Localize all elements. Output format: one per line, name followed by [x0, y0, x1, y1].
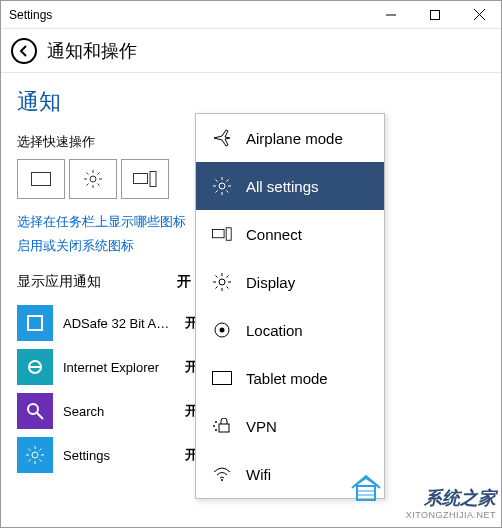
menu-item-wifi[interactable]: Wifi — [196, 450, 384, 498]
quick-action-brightness[interactable] — [69, 159, 117, 199]
vpn-icon — [212, 416, 232, 436]
page-header: 通知和操作 — [1, 29, 501, 73]
app-label: Search — [63, 404, 175, 419]
svg-rect-1 — [431, 10, 440, 19]
svg-line-32 — [216, 287, 218, 289]
gear-icon — [212, 176, 232, 196]
svg-line-10 — [87, 173, 89, 175]
svg-point-21 — [219, 183, 225, 189]
svg-point-40 — [221, 479, 223, 481]
svg-point-37 — [215, 421, 217, 423]
menu-item-vpn[interactable]: VPN — [196, 402, 384, 450]
tablet-icon — [31, 172, 51, 186]
svg-point-39 — [215, 429, 217, 431]
svg-rect-22 — [212, 229, 224, 237]
app-icon — [17, 393, 53, 429]
menu-item-label: Display — [246, 274, 295, 291]
svg-line-13 — [87, 184, 89, 186]
menu-item-label: Tablet mode — [246, 370, 328, 387]
app-label: ADSafe 32 Bit App… — [63, 316, 175, 331]
close-button[interactable] — [457, 1, 501, 29]
svg-line-29 — [216, 276, 218, 278]
app-icon — [17, 349, 53, 385]
svg-rect-16 — [28, 316, 42, 330]
airplane-icon — [212, 128, 232, 148]
svg-point-34 — [220, 328, 225, 333]
menu-item-gear[interactable]: All settings — [196, 162, 384, 210]
connect-icon — [212, 224, 232, 244]
apps-header-label: 显示应用通知 — [17, 273, 177, 291]
back-button[interactable] — [11, 38, 37, 64]
quick-action-menu: Airplane modeAll settingsConnectDisplayL… — [195, 113, 385, 499]
app-icon — [17, 305, 53, 341]
menu-item-label: Airplane mode — [246, 130, 343, 147]
svg-line-19 — [37, 413, 43, 419]
menu-item-label: Connect — [246, 226, 302, 243]
app-label: Internet Explorer — [63, 360, 175, 375]
menu-item-brightness[interactable]: Display — [196, 258, 384, 306]
svg-point-24 — [219, 279, 225, 285]
menu-item-label: VPN — [246, 418, 277, 435]
brightness-icon — [212, 272, 232, 292]
tablet-icon — [212, 368, 232, 388]
menu-item-airplane[interactable]: Airplane mode — [196, 114, 384, 162]
svg-point-18 — [28, 404, 38, 414]
svg-point-5 — [90, 176, 96, 182]
apps-header-state: 开 — [177, 273, 191, 291]
page-title: 通知和操作 — [47, 39, 137, 63]
quick-action-tablet[interactable] — [17, 159, 65, 199]
menu-item-label: Location — [246, 322, 303, 339]
connect-icon — [133, 171, 157, 187]
wifi-icon — [212, 464, 232, 484]
brightness-icon — [83, 169, 103, 189]
minimize-button[interactable] — [369, 1, 413, 29]
svg-rect-4 — [32, 173, 51, 186]
location-icon — [212, 320, 232, 340]
svg-rect-14 — [134, 174, 148, 184]
menu-item-tablet[interactable]: Tablet mode — [196, 354, 384, 402]
svg-point-20 — [32, 452, 38, 458]
svg-line-12 — [98, 173, 100, 175]
svg-line-31 — [227, 276, 229, 278]
svg-rect-35 — [213, 372, 232, 385]
titlebar: Settings — [1, 1, 501, 29]
svg-rect-23 — [226, 228, 231, 241]
maximize-button[interactable] — [413, 1, 457, 29]
menu-item-location[interactable]: Location — [196, 306, 384, 354]
svg-point-38 — [213, 425, 215, 427]
menu-item-connect[interactable]: Connect — [196, 210, 384, 258]
svg-rect-15 — [150, 172, 156, 187]
svg-rect-36 — [219, 424, 229, 432]
svg-line-30 — [227, 287, 229, 289]
app-icon — [17, 437, 53, 473]
menu-item-label: Wifi — [246, 466, 271, 483]
window-title: Settings — [9, 8, 369, 22]
menu-item-label: All settings — [246, 178, 319, 195]
app-label: Settings — [63, 448, 175, 463]
quick-action-connect[interactable] — [121, 159, 169, 199]
svg-line-11 — [98, 184, 100, 186]
